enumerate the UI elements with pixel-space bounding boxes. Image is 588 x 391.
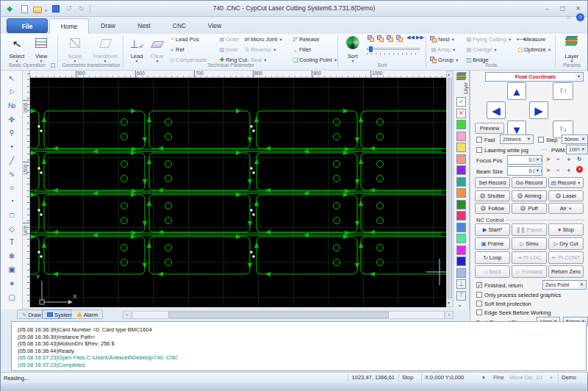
ribbon-tab-nest[interactable]: Nest	[127, 18, 161, 34]
sequence-number-tool[interactable]: №	[4, 100, 20, 112]
ref-button[interactable]: ＋Ref	[168, 46, 184, 54]
sort-slider-thumb[interactable]	[369, 46, 373, 52]
focus-minus-icon[interactable]: −	[556, 156, 559, 162]
shutter-button[interactable]: Shutter	[475, 190, 510, 201]
loop-button[interactable]: ↻Loop	[475, 251, 510, 264]
sort-next-icon[interactable]: ▶▶	[416, 35, 424, 40]
layer-color-5[interactable]	[456, 165, 466, 175]
return-point-select[interactable]: Zero Point▼	[542, 280, 587, 290]
fine-label[interactable]: Fine	[490, 373, 506, 382]
ribbon-tab-view[interactable]: View	[198, 18, 232, 34]
coordinate-mode-select[interactable]: Float Coordinate▼	[485, 72, 584, 82]
rectangle-tool[interactable]: □	[4, 209, 20, 221]
step-checkbox[interactable]	[538, 137, 544, 143]
step-distance-select[interactable]: 50mm▼	[562, 134, 588, 144]
layer-color-3[interactable]	[456, 143, 466, 152]
bottom-tab-alarm[interactable]: Alarm	[71, 309, 103, 319]
go-record-button[interactable]: Go Record	[512, 177, 547, 188]
follow-button[interactable]: Follow	[475, 203, 510, 214]
lead-pos-button[interactable]: ◔Lead Pos	[168, 35, 199, 44]
point-tool[interactable]: •	[4, 141, 20, 153]
collapse-ribbon-icon[interactable]: △	[564, 14, 573, 21]
beam-plus-icon[interactable]: ＋	[566, 167, 572, 174]
layer-visible-swatch[interactable]: ✓	[456, 97, 466, 107]
beam-cancel-icon[interactable]: ✕	[576, 166, 583, 173]
stop-button[interactable]: ●Stop	[548, 223, 584, 236]
help-icon[interactable]: ?	[576, 13, 584, 21]
only-process-selected-graphics-checkbox[interactable]	[476, 292, 482, 298]
layer-color-8[interactable]	[456, 200, 466, 209]
rounded-rect-tool[interactable]: ▢	[4, 292, 20, 304]
select-tool[interactable]: ↖	[4, 73, 20, 85]
puff-button[interactable]: Puff	[512, 203, 547, 214]
layer-scroll-down-icon[interactable]: ▾	[459, 303, 461, 308]
canvas-vertical-scrollbar[interactable]: ▴ ▾	[446, 71, 453, 307]
pwm-select[interactable]: 100%▼	[566, 145, 588, 154]
sort-order-icon-1[interactable]	[368, 35, 374, 43]
layer-color-6[interactable]	[456, 177, 466, 187]
scrollbar-thumb[interactable]	[448, 78, 452, 298]
frame-button[interactable]: ▣Frame	[475, 237, 510, 250]
ribbon-tab-file[interactable]: File	[7, 18, 48, 33]
optimize-button[interactable]: ▢Optimize ▼	[517, 46, 551, 54]
chevron-down-icon[interactable]: ▼	[576, 73, 582, 80]
start-button[interactable]: ▶Start*	[475, 223, 510, 236]
layer-color-2[interactable]	[456, 132, 466, 141]
dry-cut-button[interactable]: ▷Dry Cut	[548, 237, 584, 250]
set-record-button[interactable]: Set Record	[475, 177, 510, 188]
release-button[interactable]: ◸Release	[292, 35, 320, 44]
pan-tool[interactable]: ✜	[4, 114, 20, 126]
return-zero-button[interactable]: Return Zero	[548, 265, 584, 278]
dock-point-marker[interactable]: ⊤	[456, 291, 466, 301]
finished-return-checkbox[interactable]: ✓	[476, 282, 482, 288]
beam-size-input[interactable]: 0.000▼	[507, 166, 542, 176]
polyline-tool[interactable]: ∿	[4, 168, 20, 180]
canvas-horizontal-scrollbar[interactable]: ‹ ›	[123, 310, 453, 319]
line-tool[interactable]: ╱	[4, 155, 20, 167]
preview-button[interactable]: Preview	[475, 123, 504, 134]
close-button[interactable]: ✕	[572, 4, 584, 13]
aiming-button[interactable]: Aiming	[512, 190, 547, 201]
layer-color-11[interactable]	[456, 234, 466, 243]
ribbon-tab-cnc[interactable]: CNC	[162, 18, 196, 34]
node-edit-tool[interactable]: ⚐	[4, 87, 20, 98]
layer-color-12[interactable]	[456, 245, 466, 255]
work-start-marker[interactable]: ⊥	[456, 279, 466, 289]
jog-right-button[interactable]: ▶	[529, 101, 548, 119]
scroll-up-icon[interactable]: ▴	[448, 71, 450, 76]
focus-refresh-icon[interactable]: ↻	[577, 156, 581, 162]
sort-order-icon-2[interactable]	[377, 35, 384, 43]
position-readout-select[interactable]: X:0,000 Y:0,000▼	[421, 373, 489, 382]
text-tool[interactable]: T	[4, 237, 20, 248]
arc-tool[interactable]: ◔	[4, 196, 20, 207]
circle-tool[interactable]: ○	[4, 182, 20, 194]
beam-go-icon[interactable]: ➤	[546, 167, 551, 173]
layer-disabled-swatch[interactable]: ✕	[456, 109, 466, 118]
micro-joint-button[interactable]: ⇄Micro Joint ▼	[243, 35, 283, 44]
sort-slider-track[interactable]	[367, 48, 420, 50]
focus-pos-input[interactable]: 0.000▼	[507, 155, 542, 165]
sort-order-icon-4[interactable]	[396, 35, 403, 43]
fast-checkbox[interactable]	[476, 137, 482, 143]
laser-button[interactable]: Laser	[548, 190, 584, 201]
polygon-tool[interactable]: ◇	[4, 223, 20, 235]
beam-minus-icon[interactable]: −	[556, 167, 559, 173]
jog-left-button[interactable]: ◀	[487, 101, 506, 119]
wand-tool[interactable]: ∗	[4, 278, 20, 290]
cad-canvas[interactable]: XY	[30, 78, 446, 307]
edge-seek-before-working-checkbox[interactable]	[476, 309, 482, 315]
air-button[interactable]: Air ▼	[548, 203, 584, 214]
measure-button[interactable]: ⟷Measure	[517, 35, 545, 44]
fast-speed-select[interactable]: 20mm/s▼	[500, 134, 534, 144]
scrollbar-thumb[interactable]	[168, 312, 389, 318]
simu-button[interactable]: ▷Simu	[512, 237, 547, 250]
zoom-tool[interactable]: ⚲	[4, 127, 20, 139]
layer-color-9[interactable]	[456, 211, 466, 220]
jog-up-button[interactable]: ▲	[507, 82, 526, 100]
layer-color-1[interactable]	[456, 120, 466, 129]
fillet-button[interactable]: ◟Fillet	[292, 46, 311, 54]
scroll-down-icon[interactable]: ▾	[448, 300, 450, 305]
move-dis-value[interactable]: 10▼	[533, 373, 556, 382]
soft-limit-protection-checkbox[interactable]	[476, 301, 482, 306]
nest-button[interactable]: Nest ▼	[430, 35, 455, 44]
